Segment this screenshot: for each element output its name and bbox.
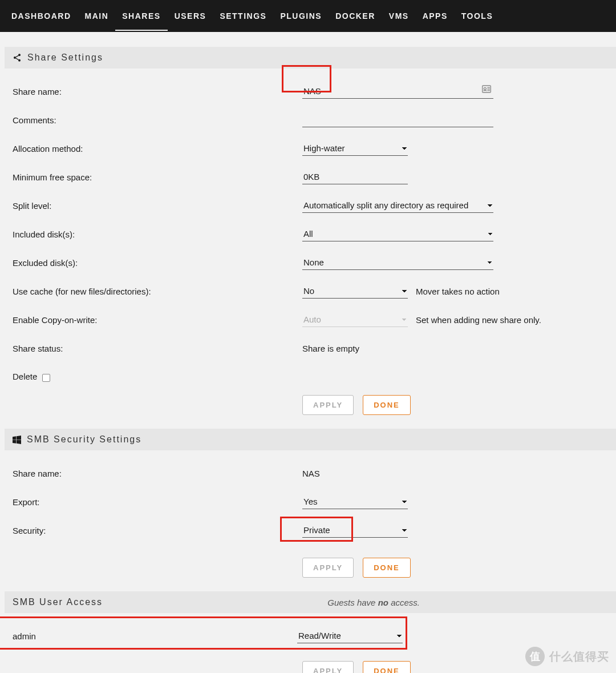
done-button[interactable]: Done (363, 395, 411, 415)
top-nav: DASHBOARD MAIN SHARES USERS SETTINGS PLU… (0, 0, 616, 32)
cache-help: Mover takes no action (416, 287, 500, 296)
nav-users[interactable]: USERS (168, 1, 213, 31)
watermark-text: 什么值得买 (549, 649, 609, 664)
smb-name-label: Share name: (13, 469, 302, 478)
allocation-label: Allocation method: (13, 144, 302, 154)
excluded-label: Excluded disk(s): (13, 258, 302, 268)
cow-label: Enable Copy-on-write: (13, 315, 302, 325)
nav-dashboard[interactable]: DASHBOARD (5, 1, 78, 31)
smb-button-row: Apply Done (302, 558, 616, 578)
included-select[interactable]: All (302, 227, 493, 241)
apply-button[interactable]: Apply (302, 395, 354, 415)
share-name-input[interactable] (302, 84, 493, 99)
minfree-input[interactable] (302, 170, 408, 184)
guests-hint: Guests have no access. (327, 598, 420, 607)
included-label: Included disk(s): (13, 229, 302, 239)
status-value: Share is empty (302, 344, 359, 353)
share-button-row: Apply Done (302, 395, 616, 415)
watermark-badge: 值 (525, 647, 545, 666)
svg-point-1 (14, 57, 16, 59)
section-title: Share Settings (27, 53, 103, 63)
watermark: 值 什么值得买 (525, 647, 609, 666)
split-select[interactable]: Automatically split any directory as req… (302, 198, 493, 213)
smb-security-form: Share name: NAS Export: Yes Security: Pr… (0, 450, 616, 554)
nav-apps[interactable]: APPS (416, 1, 455, 31)
comments-label: Comments: (13, 115, 302, 125)
cow-help: Set when adding new share only. (416, 315, 541, 325)
section-smb-user-access-header: SMB User Access Guests have no access. (5, 591, 616, 613)
smb-export-label: Export: (13, 497, 302, 507)
delete-label: Delete (13, 372, 50, 381)
id-card-icon (482, 85, 491, 95)
share-settings-form: Share name: Comments: Allocation method:… (0, 68, 616, 392)
nav-plugins[interactable]: PLUGINS (273, 1, 329, 31)
share-name-label: Share name: (13, 87, 302, 96)
done-button[interactable]: Done (363, 558, 411, 578)
svg-point-2 (18, 59, 21, 62)
cache-label: Use cache (for new files/directories): (13, 287, 302, 296)
svg-point-4 (484, 87, 486, 90)
minfree-label: Minimum free space: (13, 172, 302, 182)
cow-select: Auto (302, 312, 408, 327)
cache-select[interactable]: No (302, 284, 408, 299)
apply-button[interactable]: Apply (302, 661, 354, 673)
apply-button[interactable]: Apply (302, 558, 354, 578)
nav-main[interactable]: MAIN (78, 1, 116, 31)
section-title: SMB User Access (13, 597, 103, 607)
nav-docker[interactable]: DOCKER (329, 1, 382, 31)
svg-point-0 (18, 54, 21, 56)
smb-user-access-form: admin Read/Write (0, 613, 616, 658)
allocation-select[interactable]: High-water (302, 141, 408, 156)
section-share-settings-header: Share Settings (5, 47, 616, 68)
status-label: Share status: (13, 344, 302, 353)
user-admin-perm-select[interactable]: Read/Write (297, 628, 403, 643)
smb-security-select[interactable]: Private (302, 523, 408, 538)
done-button[interactable]: Done (363, 661, 411, 673)
windows-icon (13, 436, 21, 444)
nav-settings[interactable]: SETTINGS (213, 1, 273, 31)
smb-export-select[interactable]: Yes (302, 494, 408, 509)
user-admin-label: admin (13, 631, 297, 641)
section-smb-security-header: SMB Security Settings (5, 429, 616, 450)
nav-tools[interactable]: TOOLS (455, 1, 500, 31)
share-icon (13, 53, 22, 62)
excluded-select[interactable]: None (302, 255, 493, 270)
delete-checkbox[interactable] (42, 374, 50, 382)
split-label: Split level: (13, 201, 302, 211)
nav-shares[interactable]: SHARES (115, 1, 167, 31)
smb-name-value: NAS (302, 469, 320, 478)
section-title: SMB Security Settings (27, 434, 141, 445)
comments-input[interactable] (302, 112, 493, 127)
nav-vms[interactable]: VMS (382, 1, 416, 31)
smb-security-label: Security: (13, 526, 302, 535)
